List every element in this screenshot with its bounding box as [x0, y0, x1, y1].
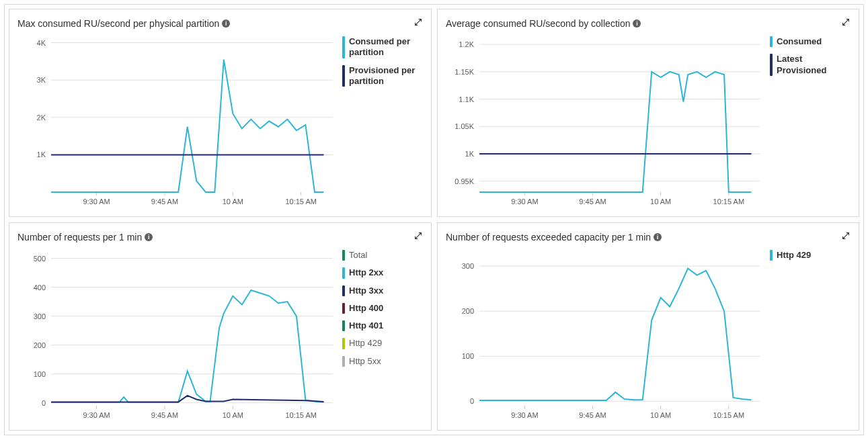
svg-text:1.05K: 1.05K — [455, 122, 474, 130]
chart-legend: Consumed Latest Provisioned — [770, 35, 851, 214]
chart-legend: Http 429 — [770, 249, 851, 427]
svg-text:0.95K: 0.95K — [455, 177, 474, 185]
chart-plot: 0.95K1K1.05K1.1K1.15K1.2K9:30 AM9:45 AM1… — [446, 35, 764, 214]
svg-text:200: 200 — [462, 307, 474, 315]
legend-item[interactable]: Provisioned per partition — [342, 65, 423, 87]
svg-text:2K: 2K — [37, 114, 46, 122]
svg-text:1.15K: 1.15K — [455, 68, 474, 76]
chart-plot: 1K2K3K4K9:30 AM9:45 AM10 AM10:15 AM — [17, 35, 337, 214]
card-requests-exceeded: Number of requests exceeded capacity per… — [437, 222, 859, 431]
svg-text:9:30 AM: 9:30 AM — [511, 411, 538, 419]
svg-text:10 AM: 10 AM — [650, 411, 671, 419]
legend-item[interactable]: Consumed per partition — [342, 36, 423, 58]
chart-plot: 01002003004005009:30 AM9:45 AM10 AM10:15… — [17, 249, 337, 427]
card-max-ru-partition: Max consumed RU/second per physical part… — [9, 9, 432, 217]
chart-title: Number of requests exceeded capacity per… — [446, 232, 662, 243]
svg-text:1K: 1K — [37, 150, 46, 159]
svg-text:9:30 AM: 9:30 AM — [83, 411, 110, 419]
legend-item[interactable]: Http 429 — [770, 250, 851, 261]
card-requests-per-min: Number of requests per 1 min i 010020030… — [9, 222, 432, 431]
svg-text:3K: 3K — [37, 76, 46, 84]
legend-item[interactable]: Http 3xx — [342, 286, 423, 296]
dashboard-grid: Max consumed RU/second per physical part… — [4, 4, 864, 435]
legend-item[interactable]: Http 5xx — [342, 356, 423, 367]
info-icon[interactable]: i — [654, 233, 662, 241]
svg-text:10 AM: 10 AM — [223, 198, 243, 206]
svg-text:9:45 AM: 9:45 AM — [579, 411, 606, 419]
svg-text:9:45 AM: 9:45 AM — [579, 198, 606, 206]
svg-text:10 AM: 10 AM — [650, 198, 671, 206]
svg-text:1.1K: 1.1K — [459, 95, 474, 103]
svg-text:100: 100 — [34, 370, 46, 378]
legend-item[interactable]: Consumed — [770, 36, 851, 47]
svg-text:400: 400 — [34, 283, 46, 292]
svg-text:1.2K: 1.2K — [459, 40, 474, 48]
svg-text:9:45 AM: 9:45 AM — [151, 198, 178, 206]
svg-text:9:30 AM: 9:30 AM — [83, 198, 110, 206]
legend-item[interactable]: Http 2xx — [342, 267, 423, 278]
svg-text:10:15 AM: 10:15 AM — [285, 198, 316, 206]
card-avg-ru-collection: Average consumed RU/second by collection… — [437, 9, 859, 217]
info-icon[interactable]: i — [145, 233, 153, 241]
svg-text:10:15 AM: 10:15 AM — [713, 198, 744, 206]
svg-text:10:15 AM: 10:15 AM — [713, 411, 744, 419]
svg-text:1K: 1K — [465, 150, 475, 158]
svg-text:200: 200 — [34, 341, 46, 349]
info-icon[interactable]: i — [633, 19, 641, 28]
svg-text:4K: 4K — [37, 39, 46, 47]
svg-text:9:30 AM: 9:30 AM — [511, 198, 538, 206]
expand-icon[interactable] — [841, 17, 851, 30]
svg-text:0: 0 — [470, 397, 474, 405]
expand-icon[interactable] — [413, 17, 423, 30]
svg-text:300: 300 — [462, 262, 474, 270]
expand-icon[interactable] — [413, 231, 423, 243]
svg-text:10 AM: 10 AM — [223, 411, 243, 419]
legend-item[interactable]: Total — [342, 250, 423, 261]
legend-item[interactable]: Http 429 — [342, 338, 423, 349]
svg-text:0: 0 — [42, 399, 46, 407]
info-icon[interactable]: i — [222, 19, 230, 28]
chart-legend: Total Http 2xx Http 3xx Http 400 Http 40… — [342, 249, 423, 427]
svg-text:500: 500 — [34, 255, 46, 263]
legend-item[interactable]: Http 401 — [342, 320, 423, 331]
chart-legend: Consumed per partition Provisioned per p… — [342, 35, 423, 214]
legend-item[interactable]: Latest Provisioned — [770, 54, 851, 76]
svg-text:9:45 AM: 9:45 AM — [151, 411, 178, 419]
chart-plot: 01002003009:30 AM9:45 AM10 AM10:15 AM — [446, 249, 764, 427]
expand-icon[interactable] — [841, 231, 851, 243]
chart-title: Max consumed RU/second per physical part… — [17, 18, 230, 29]
chart-title: Number of requests per 1 min i — [17, 232, 153, 243]
legend-item[interactable]: Http 400 — [342, 303, 423, 314]
chart-title: Average consumed RU/second by collection… — [446, 18, 641, 29]
svg-text:100: 100 — [462, 352, 474, 360]
svg-text:10:15 AM: 10:15 AM — [285, 411, 316, 419]
svg-text:300: 300 — [34, 312, 46, 320]
